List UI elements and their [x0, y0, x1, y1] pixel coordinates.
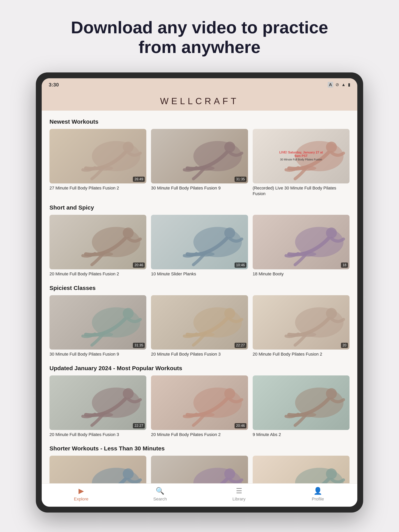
- video-duration: 31:35: [235, 177, 246, 182]
- video-card[interactable]: 9 Minute Abs 2: [253, 375, 349, 437]
- video-title: 18 Minute Booty: [253, 271, 349, 277]
- video-title: (Recorded) Live 30 Minute Full Body Pila…: [253, 185, 349, 196]
- nav-label-profile: Profile: [312, 497, 324, 502]
- section-short: Short and Spicy 20:4620 Minute Full Body…: [50, 204, 349, 277]
- video-duration: 22:27: [133, 423, 145, 428]
- video-thumbnail: 20:46: [50, 215, 146, 269]
- wifi-icon: ▲: [341, 82, 346, 87]
- video-title: 9 Minute Abs 2: [253, 432, 349, 437]
- video-card[interactable]: 31:3530 Minute Full Body Pilates Fusion …: [50, 295, 146, 357]
- video-thumbnail: 18: [253, 215, 349, 269]
- video-title: 10 Minute Slider Planks: [151, 271, 248, 277]
- video-grid-short: 20:4620 Minute Full Body Pilates Fusion …: [50, 215, 349, 277]
- video-grid-newest: 26:4927 Minute Full Body Pilates Fusion …: [50, 129, 349, 196]
- video-grid-shorter: [50, 456, 349, 483]
- nav-item-profile[interactable]: 👤Profile: [278, 487, 357, 502]
- status-icons: A ⊘ ▲ ▮: [328, 82, 350, 88]
- section-title-spiciest: Spiciest Classes: [50, 285, 349, 291]
- video-card[interactable]: 22:2720 Minute Full Body Pilates Fusion …: [151, 295, 248, 357]
- nav-label-explore: Explore: [74, 497, 89, 502]
- section-title-short: Short and Spicy: [50, 204, 349, 211]
- video-thumbnail: 26:49: [50, 129, 146, 184]
- nav-item-search[interactable]: 🔍Search: [121, 487, 200, 502]
- nav-label-library: Library: [232, 497, 245, 502]
- status-time: 3:30: [49, 82, 59, 88]
- video-title: 20 Minute Full Body Pilates Fusion 2: [50, 271, 146, 277]
- video-card[interactable]: 20:4620 Minute Full Body Pilates Fusion …: [50, 215, 146, 277]
- video-card[interactable]: 26:4927 Minute Full Body Pilates Fusion …: [50, 129, 146, 196]
- video-thumbnail: 10:46: [151, 215, 248, 269]
- video-thumbnail: 31:35: [50, 295, 146, 350]
- video-thumbnail: [253, 456, 349, 483]
- live-overlay: LIVE! Saturday, January 27 at 9am PST30 …: [277, 149, 325, 164]
- video-thumbnail: [253, 375, 349, 430]
- video-card[interactable]: LIVE! Saturday, January 27 at 9am PST30 …: [253, 129, 349, 196]
- video-card[interactable]: 20:4620 Minute Full Body Pilates Fusion …: [151, 375, 248, 437]
- video-thumbnail: [50, 456, 146, 483]
- video-grid-spiciest: 31:3530 Minute Full Body Pilates Fusion …: [50, 295, 349, 357]
- video-card[interactable]: [50, 456, 146, 483]
- video-card[interactable]: [253, 456, 349, 483]
- nav-icon-library: ☰: [236, 487, 242, 495]
- video-grid-popular: 22:2720 Minute Full Body Pilates Fusion …: [50, 375, 349, 437]
- video-duration: 20: [341, 343, 348, 348]
- status-bar: 3:30 A ⊘ ▲ ▮: [42, 78, 357, 90]
- video-card[interactable]: [151, 456, 248, 483]
- accessibility-icon: A: [328, 82, 333, 88]
- video-thumbnail: 22:27: [50, 375, 146, 430]
- video-duration: 26:49: [133, 177, 145, 182]
- video-duration: 31:35: [133, 343, 145, 348]
- video-card[interactable]: 31:3530 Minute Full Body Pilates Fusion …: [151, 129, 248, 196]
- video-duration: 18: [341, 262, 348, 268]
- video-thumbnail: 31:35: [151, 129, 248, 184]
- video-thumbnail: 20: [253, 295, 349, 350]
- nav-item-explore[interactable]: ▶Explore: [42, 487, 121, 502]
- video-title: 20 Minute Full Body Pilates Fusion 2: [253, 351, 349, 357]
- nav-icon-search: 🔍: [156, 487, 164, 495]
- video-duration: 22:27: [235, 343, 246, 348]
- video-title: 20 Minute Full Body Pilates Fusion 3: [151, 351, 248, 357]
- device-frame: 3:30 A ⊘ ▲ ▮ WELLCRAFT Newest Workouts 2…: [36, 72, 363, 513]
- video-card[interactable]: 22:2720 Minute Full Body Pilates Fusion …: [50, 375, 146, 437]
- video-title: 30 Minute Full Body Pilates Fusion 9: [50, 351, 146, 357]
- video-thumbnail: [151, 456, 248, 483]
- device-screen: 3:30 A ⊘ ▲ ▮ WELLCRAFT Newest Workouts 2…: [42, 78, 357, 507]
- nav-item-library[interactable]: ☰Library: [200, 487, 278, 502]
- video-thumbnail: 20:46: [151, 375, 248, 430]
- battery-icon: ▮: [348, 82, 350, 87]
- hero-title: Download any video to practice from anyw…: [63, 18, 336, 57]
- video-title: 30 Minute Full Body Pilates Fusion 9: [151, 185, 248, 191]
- section-popular: Updated January 2024 - Most Popular Work…: [50, 365, 349, 437]
- video-thumbnail: LIVE! Saturday, January 27 at 9am PST30 …: [253, 129, 349, 184]
- section-shorter: Shorter Workouts - Less Than 30 Minutes: [50, 445, 349, 483]
- live-label: LIVE! Saturday, January 27 at 9am PST: [279, 151, 323, 158]
- video-card[interactable]: 10:4610 Minute Slider Planks: [151, 215, 248, 277]
- section-newest: Newest Workouts 26:4927 Minute Full Body…: [50, 118, 349, 196]
- section-title-newest: Newest Workouts: [50, 118, 349, 125]
- video-thumbnail: 22:27: [151, 295, 248, 350]
- video-duration: 20:46: [133, 262, 145, 268]
- bottom-nav: ▶Explore🔍Search☰Library👤Profile: [42, 483, 357, 507]
- video-title: 20 Minute Full Body Pilates Fusion 2: [151, 432, 248, 437]
- section-title-shorter: Shorter Workouts - Less Than 30 Minutes: [50, 445, 349, 452]
- video-title: 20 Minute Full Body Pilates Fusion 3: [50, 432, 146, 437]
- app-logo: WELLCRAFT: [160, 96, 239, 106]
- video-title: 27 Minute Full Body Pilates Fusion 2: [50, 185, 146, 191]
- video-duration: 10:46: [235, 262, 246, 268]
- nav-label-search: Search: [153, 497, 167, 502]
- focus-icon: ⊘: [335, 82, 339, 87]
- section-title-popular: Updated January 2024 - Most Popular Work…: [50, 365, 349, 372]
- live-subtitle: 30 Minute Full Body Pilates Fusion: [280, 158, 322, 161]
- nav-icon-profile: 👤: [314, 487, 322, 495]
- nav-icon-explore: ▶: [78, 487, 84, 495]
- app-header: WELLCRAFT: [42, 90, 357, 111]
- video-card[interactable]: 1818 Minute Booty: [253, 215, 349, 277]
- section-spiciest: Spiciest Classes 31:3530 Minute Full Bod…: [50, 285, 349, 357]
- content-area[interactable]: Newest Workouts 26:4927 Minute Full Body…: [42, 111, 357, 483]
- video-card[interactable]: 2020 Minute Full Body Pilates Fusion 2: [253, 295, 349, 357]
- video-duration: 20:46: [235, 423, 246, 428]
